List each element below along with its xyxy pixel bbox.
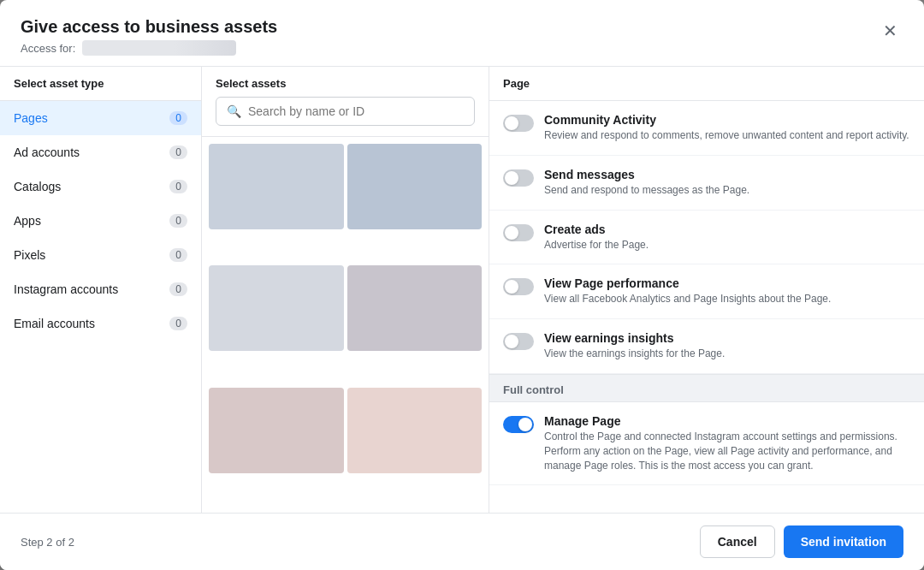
asset-type-label: Pixels bbox=[14, 248, 45, 262]
send-invitation-button[interactable]: Send invitation bbox=[784, 525, 903, 558]
asset-type-label: Catalogs bbox=[14, 180, 61, 193]
placeholder-cell-1 bbox=[347, 144, 483, 229]
permission-desc-manage-page: Control the Page and connected Instagram… bbox=[544, 430, 910, 472]
modal: Give access to business assets Access fo… bbox=[0, 0, 924, 570]
close-icon: ✕ bbox=[883, 21, 897, 41]
asset-type-item-email-accounts[interactable]: Email accounts 0 bbox=[0, 306, 201, 341]
search-container: Select assets 🔍 bbox=[202, 67, 489, 137]
toggle-create-ads[interactable] bbox=[503, 224, 534, 241]
toggle-view-earnings-insights[interactable] bbox=[503, 333, 534, 350]
asset-type-item-catalogs[interactable]: Catalogs 0 bbox=[0, 169, 201, 204]
access-for-label: Access for: bbox=[21, 42, 75, 55]
toggle-view-page-performance[interactable] bbox=[503, 278, 534, 295]
access-for-row: Access for: bbox=[21, 40, 277, 56]
asset-type-label: Ad accounts bbox=[14, 145, 80, 159]
toggle-track-view-page-performance[interactable] bbox=[503, 278, 534, 295]
asset-count: 0 bbox=[169, 180, 187, 193]
permission-title-community-activity: Community Activity bbox=[544, 113, 909, 127]
placeholder-cell-4 bbox=[209, 388, 344, 473]
panel-page: Page Community Activity Review and respo… bbox=[489, 67, 924, 513]
permission-content-create-ads: Create ads Advertise for the Page. bbox=[544, 223, 649, 252]
permission-content-manage-page: Manage Page Control the Page and connect… bbox=[544, 414, 910, 472]
placeholder-cell-2 bbox=[209, 265, 344, 351]
asset-count: 0 bbox=[169, 248, 187, 262]
toggle-community-activity[interactable] bbox=[503, 115, 534, 132]
placeholder-cell-0 bbox=[209, 144, 344, 229]
search-box: 🔍 bbox=[216, 97, 475, 126]
panel-asset-type: Select asset type Pages 0 Ad accounts 0 … bbox=[0, 67, 202, 513]
asset-count: 0 bbox=[169, 214, 187, 228]
permission-send-messages: Send messages Send and respond to messag… bbox=[489, 156, 924, 211]
toggle-track-create-ads[interactable] bbox=[503, 224, 534, 241]
permission-desc-view-page-performance: View all Facebook Analytics and Page Ins… bbox=[544, 292, 831, 306]
asset-type-label: Email accounts bbox=[14, 317, 95, 330]
asset-type-item-pages[interactable]: Pages 0 bbox=[0, 101, 201, 135]
toggle-track-send-messages[interactable] bbox=[503, 169, 534, 187]
permission-desc-view-earnings-insights: View the earnings insights for the Page. bbox=[544, 347, 725, 361]
permission-content-send-messages: Send messages Send and respond to messag… bbox=[544, 168, 749, 198]
modal-header: Give access to business assets Access fo… bbox=[0, 0, 924, 67]
permission-view-earnings-insights: View earnings insights View the earnings… bbox=[489, 319, 924, 374]
permission-content-view-page-performance: View Page performance View all Facebook … bbox=[544, 276, 831, 306]
asset-type-list: Pages 0 Ad accounts 0 Catalogs 0 Apps 0 … bbox=[0, 101, 201, 513]
permission-title-manage-page: Manage Page bbox=[544, 414, 910, 428]
cancel-button[interactable]: Cancel bbox=[700, 525, 775, 558]
permission-desc-create-ads: Advertise for the Page. bbox=[544, 238, 649, 252]
asset-count: 0 bbox=[169, 111, 187, 125]
access-for-bar bbox=[82, 40, 236, 56]
asset-count: 0 bbox=[169, 282, 187, 296]
permission-title-create-ads: Create ads bbox=[544, 223, 649, 236]
footer-actions: Cancel Send invitation bbox=[700, 525, 903, 558]
permission-manage-page: Manage Page Control the Page and connect… bbox=[489, 402, 924, 485]
toggle-thumb-send-messages bbox=[505, 171, 518, 185]
permission-desc-send-messages: Send and respond to messages as the Page… bbox=[544, 183, 749, 198]
panel-select-assets: Select assets 🔍 bbox=[202, 67, 489, 513]
permission-community-activity: Community Activity Review and respond to… bbox=[489, 101, 924, 156]
select-assets-header: Select assets bbox=[216, 77, 475, 97]
toggle-thumb-manage-page bbox=[518, 418, 532, 431]
asset-type-label: Pages bbox=[14, 111, 48, 125]
permission-view-page-performance: View Page performance View all Facebook … bbox=[489, 264, 924, 319]
asset-type-item-instagram-accounts[interactable]: Instagram accounts 0 bbox=[0, 272, 201, 306]
modal-body: Select asset type Pages 0 Ad accounts 0 … bbox=[0, 67, 924, 513]
asset-type-label: Apps bbox=[14, 214, 41, 228]
permission-title-view-page-performance: View Page performance bbox=[544, 276, 831, 290]
placeholder-cell-3 bbox=[347, 265, 483, 351]
toggle-thumb-view-page-performance bbox=[505, 280, 518, 294]
modal-header-left: Give access to business assets Access fo… bbox=[21, 17, 277, 56]
search-icon: 🔍 bbox=[227, 104, 241, 118]
full-control-header: Full control bbox=[489, 374, 924, 402]
modal-footer: Step 2 of 2 Cancel Send invitation bbox=[0, 513, 924, 570]
toggle-track-manage-page[interactable] bbox=[503, 416, 534, 433]
permission-title-view-earnings-insights: View earnings insights bbox=[544, 331, 725, 345]
toggle-thumb-community-activity bbox=[505, 116, 518, 130]
toggle-send-messages[interactable] bbox=[503, 169, 534, 187]
permissions-list: Community Activity Review and respond to… bbox=[489, 101, 924, 513]
asset-type-item-apps[interactable]: Apps 0 bbox=[0, 204, 201, 238]
asset-type-item-pixels[interactable]: Pixels 0 bbox=[0, 238, 201, 272]
toggle-manage-page[interactable] bbox=[503, 416, 534, 433]
toggle-track-view-earnings-insights[interactable] bbox=[503, 333, 534, 350]
toggle-track-community-activity[interactable] bbox=[503, 115, 534, 132]
asset-count: 0 bbox=[169, 145, 187, 159]
permission-content-community-activity: Community Activity Review and respond to… bbox=[544, 113, 909, 143]
toggle-thumb-view-earnings-insights bbox=[505, 335, 518, 348]
asset-type-item-ad-accounts[interactable]: Ad accounts 0 bbox=[0, 135, 201, 169]
close-button[interactable]: ✕ bbox=[876, 17, 903, 45]
permission-content-view-earnings-insights: View earnings insights View the earnings… bbox=[544, 331, 725, 361]
step-label: Step 2 of 2 bbox=[21, 536, 74, 549]
permission-desc-community-activity: Review and respond to comments, remove u… bbox=[544, 128, 909, 143]
asset-type-header: Select asset type bbox=[0, 67, 201, 101]
asset-type-label: Instagram accounts bbox=[14, 282, 118, 296]
placeholder-grid bbox=[202, 137, 489, 513]
permission-create-ads: Create ads Advertise for the Page. bbox=[489, 211, 924, 265]
modal-title: Give access to business assets bbox=[21, 17, 277, 37]
placeholder-cell-5 bbox=[347, 388, 483, 473]
toggle-thumb-create-ads bbox=[505, 226, 518, 240]
permission-title-send-messages: Send messages bbox=[544, 168, 749, 181]
page-header: Page bbox=[489, 67, 924, 101]
asset-count: 0 bbox=[169, 317, 187, 330]
search-input[interactable] bbox=[248, 104, 464, 118]
